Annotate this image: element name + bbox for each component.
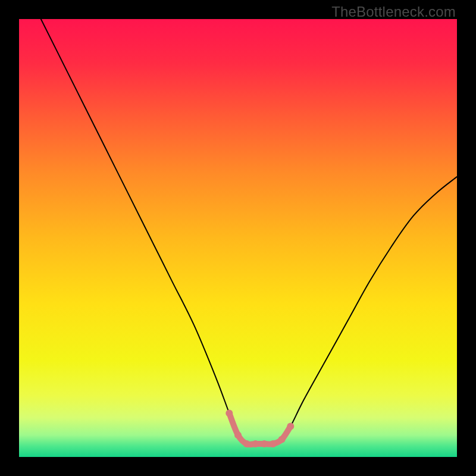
- highlight-dot: [287, 422, 294, 430]
- highlight-dot: [243, 440, 250, 447]
- highlight-dot: [261, 440, 268, 447]
- chart-frame: TheBottleneck.com: [0, 0, 476, 476]
- curve-layer: [19, 19, 457, 457]
- highlight-dot: [234, 431, 242, 439]
- watermark-text: TheBottleneck.com: [331, 4, 456, 20]
- highlight-dot: [278, 436, 286, 443]
- highlight-dot: [226, 409, 233, 416]
- highlight-dot: [270, 440, 277, 447]
- bottleneck-curve: [41, 19, 457, 444]
- highlight-dot: [252, 440, 259, 447]
- plot-area: [19, 19, 457, 457]
